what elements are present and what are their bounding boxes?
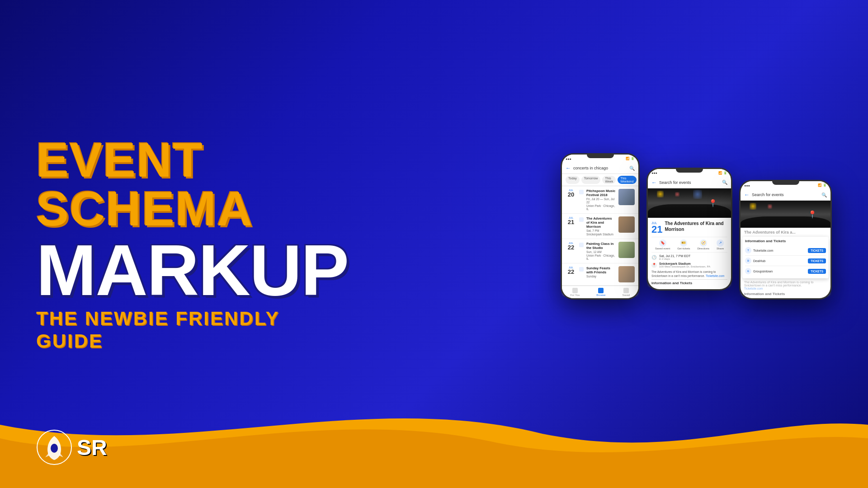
tickets-btn-1[interactable]: TICKETS xyxy=(808,248,826,253)
svg-point-1 xyxy=(51,444,58,453)
headline-line1: EVENT SCHEMA xyxy=(36,136,348,233)
event-hero-image-3: 📍 xyxy=(741,201,830,228)
phone-1: ●●● 📶 🔋 ← concerts in chicago 🔍 Today To… xyxy=(561,153,640,300)
map-pin-icon-2: 📍 xyxy=(708,199,717,207)
back-arrow-icon-2: ← xyxy=(651,179,657,186)
event-detail-content-2: JUL 21 The Adventures of Kira and Morris… xyxy=(648,218,731,289)
share-icon: ↗ xyxy=(717,239,724,247)
search-icon-3: 🔍 xyxy=(821,192,827,197)
phones-container: ●●● 📶 🔋 ← concerts in chicago 🔍 Today To… xyxy=(561,153,832,335)
ticket-row-3: G Groupsintown TICKETS xyxy=(745,266,826,276)
tickets-btn-2[interactable]: TICKETS xyxy=(808,258,826,263)
clock-icon: 🕐 xyxy=(651,255,657,260)
headline-subtitle: THE NEWBIE FRIENDLY GUIDE xyxy=(36,307,348,353)
search-icon: 🔍 xyxy=(629,166,635,171)
saved-icon xyxy=(623,288,629,293)
event-info-1: Pitchspoon Music Festival 2018 Fri, Jul … xyxy=(586,189,616,211)
event-date-3: JUL 22 xyxy=(566,242,576,250)
back-arrow-icon: ← xyxy=(566,165,571,171)
venue-info-row: 📍 Snickerpark Stadium 100 West Snickerpa… xyxy=(651,262,727,268)
browse-icon xyxy=(598,288,604,293)
main-content: EVENT SCHEMA MARKUP THE NEWBIE FRIENDLY … xyxy=(0,0,868,488)
map-pin-icon-3: 📍 xyxy=(808,210,817,219)
event-calendar-icon-4 xyxy=(579,267,584,272)
logo-area: SR xyxy=(36,429,107,465)
event-thumb-2 xyxy=(618,216,635,233)
ticket-popup: Information and Tickets T Ticketsite.com… xyxy=(742,237,829,278)
crowd-light-1 xyxy=(657,191,664,197)
location-icon: 📍 xyxy=(651,263,657,268)
headline-markup: MARKUP xyxy=(36,238,348,303)
event-info-4: Sunday Feasts with Friends Sunday xyxy=(586,266,616,278)
nav-for-you[interactable]: For You xyxy=(571,288,580,296)
phone-2-wrapper: ●●● 📶 🔋 ← Search for events 🔍 xyxy=(646,168,732,326)
event-date-4: JUL 22 xyxy=(566,266,576,275)
provider-name-1: Ticketsite.com xyxy=(753,249,773,252)
phone-2-search-bar: ← Search for events 🔍 xyxy=(648,177,731,188)
phone-3: ●●● 📶 🔋 ← Search for events 🔍 � xyxy=(739,180,832,300)
phone-3-wrapper: ●●● 📶 🔋 ← Search for events 🔍 � xyxy=(739,180,832,335)
provider-logo-3: G xyxy=(745,268,751,274)
phone-1-screen: ●●● 📶 🔋 ← concerts in chicago 🔍 Today To… xyxy=(562,155,638,298)
event-calendar-icon-2 xyxy=(579,217,584,222)
search-query: concerts in chicago xyxy=(573,166,627,170)
event-list-item-3[interactable]: JUL 22 Painting Class in the Studio Sun,… xyxy=(562,239,638,263)
event-list-item-2[interactable]: JUL 21 The Adventures of Kira and Morris… xyxy=(562,214,638,239)
phone-1-search-bar: ← concerts in chicago 🔍 xyxy=(562,163,638,174)
tab-today[interactable]: Today xyxy=(566,176,580,184)
event-calendar-icon-1 xyxy=(579,190,584,194)
event-thumb-1 xyxy=(618,189,635,205)
event-info-3: Painting Class in the Studio Sun, 12 AM … xyxy=(586,242,616,260)
nav-browse[interactable]: Browse xyxy=(596,288,605,296)
action-buttons-2: 🔖 Saved event 🎫 Get tickets 🧭 Directions xyxy=(651,237,727,253)
share-btn[interactable]: ↗ Share xyxy=(717,239,724,250)
nav-saved[interactable]: Saved xyxy=(622,288,630,296)
phone-2-screen: ●●● 📶 🔋 ← Search for events 🔍 xyxy=(648,169,731,289)
event-thumb-3 xyxy=(618,242,635,258)
phone-3-screen: ●●● 📶 🔋 ← Search for events 🔍 � xyxy=(741,181,830,298)
phone-2: ●●● 📶 🔋 ← Search for events 🔍 xyxy=(646,168,732,291)
tickets-btn-3[interactable]: TICKETS xyxy=(808,269,826,274)
provider-name-3: Groupsintown xyxy=(753,270,773,273)
back-arrow-icon-3: ← xyxy=(744,192,750,198)
search-placeholder-3: Search for events xyxy=(752,192,819,197)
provider-1: T Ticketsite.com xyxy=(745,247,773,253)
ticket-icon: 🎫 xyxy=(680,239,687,247)
crowd-light-3b xyxy=(768,204,772,209)
phone-3-notch xyxy=(772,181,799,185)
phone-1-notch xyxy=(587,155,614,158)
search-icon-2: 🔍 xyxy=(722,180,727,185)
event-info-behind-popup: The Adventures of Kira a... xyxy=(741,228,830,237)
provider-logo-2: D xyxy=(745,258,751,264)
saved-event-btn[interactable]: 🔖 Saved event xyxy=(655,239,670,250)
tab-this-weekend[interactable]: This Weekend xyxy=(618,176,636,184)
bookmark-icon: 🔖 xyxy=(659,239,666,247)
title-section: EVENT SCHEMA MARKUP THE NEWBIE FRIENDLY … xyxy=(36,136,348,353)
crowd-light-3 xyxy=(693,190,702,199)
directions-btn[interactable]: 🧭 Directions xyxy=(697,239,709,250)
phone-1-bottom-nav: For You Browse Saved xyxy=(562,286,638,298)
event-list-item-1[interactable]: JUL 20 Pitchspoon Music Festival 2018 Fr… xyxy=(562,186,638,214)
get-tickets-btn[interactable]: 🎫 Get tickets xyxy=(677,239,690,250)
logo-text: SR xyxy=(77,435,107,460)
provider-logo-1: T xyxy=(745,247,751,253)
phone-1-tabs: Today Tomorrow This Week This Weekend xyxy=(562,174,638,186)
phone-3-search-bar: ← Search for events 🔍 xyxy=(741,189,830,201)
tab-tomorrow[interactable]: Tomorrow xyxy=(581,176,601,184)
provider-3: G Groupsintown xyxy=(745,268,773,274)
info-tickets-header-2: Information and Tickets xyxy=(651,279,727,286)
search-placeholder-2: Search for events xyxy=(659,180,720,185)
tab-this-week[interactable]: This Week xyxy=(602,176,616,184)
event-detail-date-2: JUL 21 The Adventures of Kira and Morris… xyxy=(651,221,727,235)
provider-2: D DealHub xyxy=(745,258,765,264)
event-list-item-4[interactable]: JUL 22 Sunday Feasts with Friends Sunday xyxy=(562,263,638,286)
event-hero-image: 📍 xyxy=(648,188,731,218)
event-thumb-4 xyxy=(618,266,635,282)
crowd-light-2 xyxy=(675,192,679,197)
ticket-row-2: D DealHub TICKETS xyxy=(745,256,826,266)
event-date-2: JUL 21 xyxy=(566,216,576,225)
time-info-row: 🕐 Sat, Jul 21, 7 PM EDT in 2 days xyxy=(651,254,727,260)
crowd-light-3a xyxy=(750,203,756,210)
ticket-row-1: T Ticketsite.com TICKETS xyxy=(745,245,826,256)
ticketsite-link-2[interactable]: Ticketsite.com xyxy=(706,274,724,277)
